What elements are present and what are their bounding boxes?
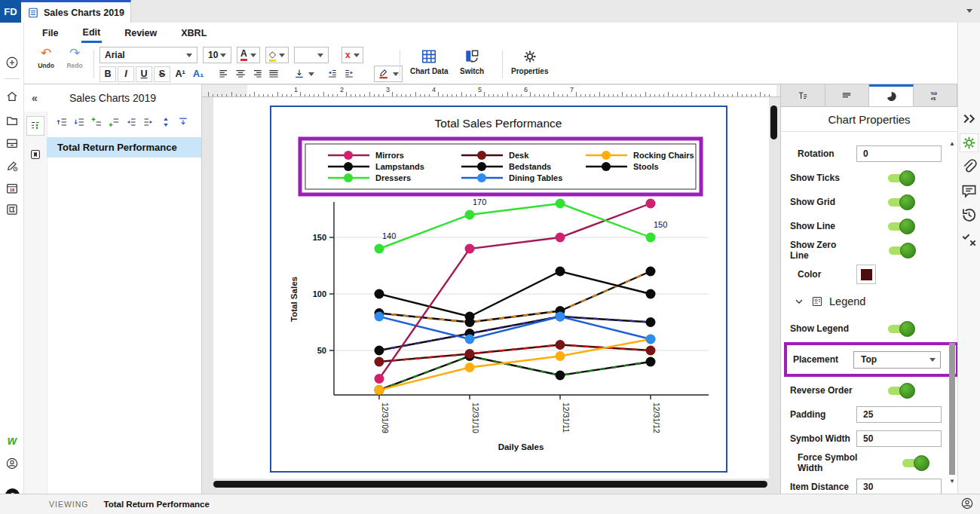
- workspace-logo[interactable]: FD: [0, 0, 21, 23]
- align-right-button[interactable]: [249, 66, 265, 82]
- home-icon[interactable]: [3, 87, 21, 106]
- redo-button[interactable]: ↷ Redo: [62, 47, 87, 69]
- show-line-toggle[interactable]: [888, 222, 913, 231]
- canvas-vertical-scrollbar[interactable]: [770, 106, 777, 139]
- vertical-align-button[interactable]: [289, 66, 318, 82]
- tab-number-format[interactable]: %9#$: [914, 84, 958, 106]
- document-tab[interactable]: Sales Charts 2019: [21, 0, 131, 23]
- outline-promote-icon[interactable]: [54, 115, 69, 129]
- panel-scroll-up-button[interactable]: ▲: [949, 140, 955, 147]
- redo-icon: ↷: [69, 47, 80, 60]
- chevrons-right-icon[interactable]: [960, 109, 978, 128]
- svg-text:Stools: Stools: [633, 162, 659, 171]
- section-label: Legend: [829, 295, 865, 307]
- outline-item-selected[interactable]: Total Return Performance: [47, 137, 201, 158]
- show-ticks-toggle[interactable]: [888, 174, 913, 182]
- force-symbol-width-toggle[interactable]: [902, 459, 927, 467]
- status-account-icon[interactable]: [960, 497, 974, 510]
- tray-icon[interactable]: [3, 134, 21, 152]
- outline-indent-icon[interactable]: [141, 115, 155, 129]
- italic-button[interactable]: I: [118, 66, 134, 82]
- workiva-logo-icon[interactable]: w: [3, 432, 21, 450]
- add-circle-icon[interactable]: [3, 54, 21, 72]
- align-center-button[interactable]: [232, 66, 249, 82]
- chart-data-button[interactable]: Chart Data: [410, 48, 449, 75]
- switch-button[interactable]: Switch: [460, 48, 484, 75]
- field-padding: Padding25: [790, 402, 947, 427]
- color-swatch-button[interactable]: [856, 265, 876, 284]
- style-select[interactable]: [294, 47, 329, 63]
- border-color-button[interactable]: [374, 66, 403, 82]
- outline-title: Sales Charts 2019: [24, 92, 201, 104]
- subscript-button[interactable]: A₁: [190, 66, 207, 82]
- bookmark-button[interactable]: [26, 145, 44, 164]
- outline-outdent-icon[interactable]: [124, 115, 138, 129]
- padding-input[interactable]: 25: [856, 406, 942, 423]
- superscript-button[interactable]: A¹: [172, 66, 188, 82]
- number-format-icon: %9#$: [929, 90, 941, 102]
- paperclip-icon[interactable]: [960, 158, 978, 176]
- tag-icon[interactable]: [3, 200, 21, 219]
- placement-select[interactable]: Top: [853, 351, 941, 369]
- tasks-icon[interactable]: [960, 230, 978, 249]
- underline-button[interactable]: U: [136, 66, 152, 82]
- show-legend-toggle[interactable]: [888, 325, 913, 333]
- align-justify-button[interactable]: [265, 66, 282, 82]
- field-label: Color: [790, 269, 821, 280]
- bold-button[interactable]: B: [100, 66, 116, 82]
- outline-tree-button[interactable]: [26, 116, 44, 136]
- reverse-order-toggle[interactable]: [888, 387, 913, 395]
- signature-icon[interactable]: [3, 157, 21, 175]
- outline-demote-icon[interactable]: [72, 115, 86, 129]
- field-reverse-order: Reverse Order: [790, 378, 947, 402]
- font-color-button[interactable]: A: [237, 47, 260, 63]
- svg-text:Total Sales: Total Sales: [289, 277, 299, 322]
- calendar-icon[interactable]: 18: [3, 179, 21, 197]
- show-grid-toggle[interactable]: [888, 198, 913, 207]
- rotation-input[interactable]: 0: [856, 145, 942, 162]
- chart-object[interactable]: Total Sales Performance5010015012/31/091…: [270, 106, 727, 473]
- clear-formatting-button[interactable]: x: [341, 47, 363, 63]
- align-left-button[interactable]: [216, 66, 232, 82]
- svg-text:12/31/10: 12/31/10: [471, 402, 480, 433]
- show-zero-line-toggle[interactable]: [889, 246, 914, 255]
- highlight-color-button[interactable]: ◇: [265, 47, 289, 63]
- item-distance-input[interactable]: 30: [856, 479, 942, 495]
- indent-decrease-button[interactable]: [324, 66, 341, 82]
- gear-icon[interactable]: [960, 133, 978, 152]
- history-icon[interactable]: [960, 206, 978, 225]
- svg-text:Daily Sales: Daily Sales: [498, 442, 544, 451]
- tabbar-dropdown-caret[interactable]: [966, 9, 972, 13]
- tab-chart-properties[interactable]: [869, 84, 914, 106]
- strikethrough-button[interactable]: S: [154, 66, 170, 82]
- font-family-select[interactable]: Arial: [100, 47, 198, 63]
- outline-collapse-all-icon[interactable]: [176, 115, 190, 129]
- outline-insert-below-icon[interactable]: [106, 115, 121, 129]
- collapse-panel-button[interactable]: «: [32, 92, 38, 104]
- indent-increase-button[interactable]: [341, 66, 357, 82]
- font-size-select[interactable]: 10: [203, 47, 231, 63]
- panel-scroll-down-button[interactable]: ▼: [949, 478, 955, 485]
- menu-edit[interactable]: Edit: [81, 24, 103, 43]
- document-tab-title: Sales Charts 2019: [44, 8, 124, 18]
- symbol-width-input[interactable]: 50: [856, 430, 942, 447]
- account-icon[interactable]: [3, 454, 21, 473]
- comment-icon[interactable]: [960, 182, 978, 200]
- outline-reorder-icon[interactable]: [158, 115, 173, 129]
- outline-header: « Sales Charts 2019: [24, 84, 201, 112]
- undo-button[interactable]: ↶ Undo: [33, 47, 59, 69]
- panel-scrollbar[interactable]: [949, 343, 955, 475]
- tab-text-properties[interactable]: [781, 84, 825, 106]
- switch-icon: [464, 48, 480, 65]
- outline-insert-above-icon[interactable]: [89, 115, 103, 129]
- tab-paragraph-properties[interactable]: [825, 84, 870, 106]
- canvas-horizontal-scrollbar[interactable]: [213, 481, 767, 488]
- chevron-down-icon: [793, 295, 805, 307]
- font-color-icon: A: [240, 49, 247, 61]
- properties-button[interactable]: Properties: [511, 48, 548, 75]
- section-legend[interactable]: Legend: [790, 286, 947, 317]
- menu-review[interactable]: Review: [123, 25, 158, 41]
- menu-file[interactable]: File: [41, 25, 60, 41]
- folder-icon[interactable]: [3, 112, 21, 130]
- menu-xbrl[interactable]: XBRL: [179, 25, 208, 41]
